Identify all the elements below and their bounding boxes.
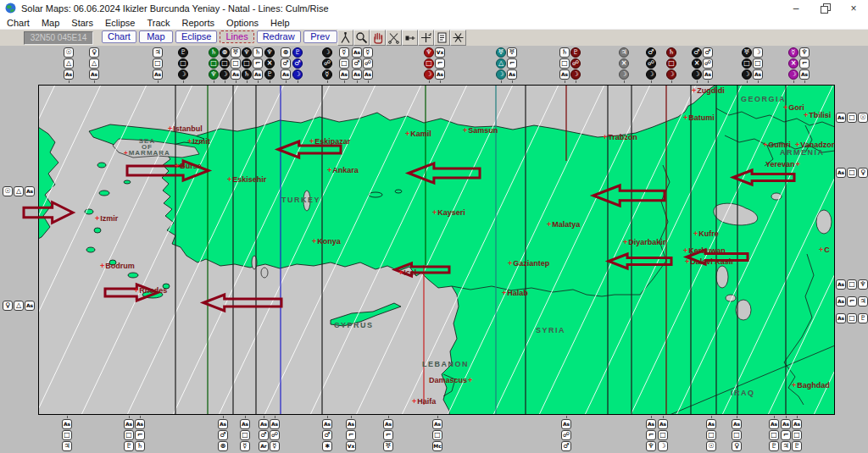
solar-maps-window: Solar Maps: 06.06.2024 Ikizler Burcunda … <box>0 0 868 453</box>
astro-map-canvas[interactable] <box>0 0 868 453</box>
